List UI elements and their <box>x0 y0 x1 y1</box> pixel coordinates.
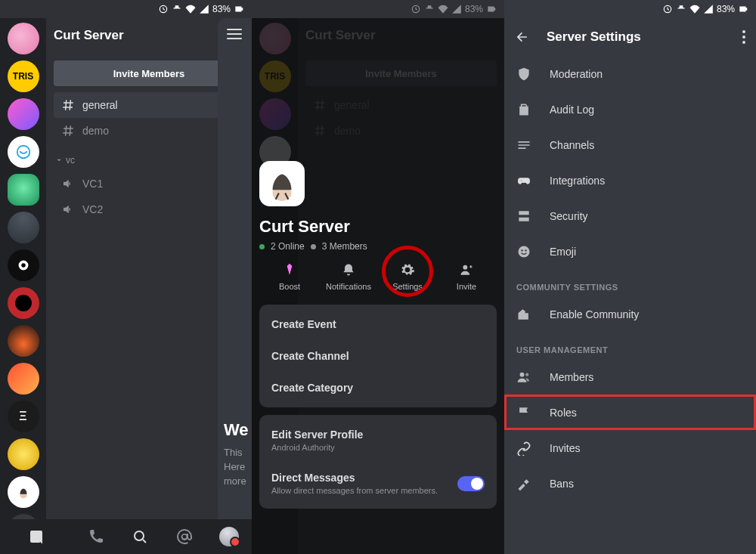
back-icon[interactable] <box>515 29 530 45</box>
server-icon[interactable] <box>8 325 39 357</box>
category-vc[interactable]: vc <box>54 150 244 171</box>
server-icon[interactable] <box>8 476 39 508</box>
channel-label: general <box>82 99 118 111</box>
settings-item-moderation[interactable]: Moderation <box>504 56 756 91</box>
server-icon[interactable] <box>8 249 39 281</box>
gamepad-icon <box>516 173 531 188</box>
action-invite[interactable]: Invite <box>442 262 491 291</box>
presence-row: 2 Online 3 Members <box>259 241 497 252</box>
svg-point-10 <box>21 263 26 268</box>
nav-profile-avatar[interactable] <box>219 527 239 546</box>
row-title: Direct Messages <box>271 472 355 484</box>
nav-friends-icon[interactable] <box>87 528 105 546</box>
list-icon <box>516 138 531 153</box>
voice-channel-vc1[interactable]: VC1 <box>54 171 244 197</box>
row-title: Edit Server Profile <box>271 429 363 441</box>
channel-demo[interactable]: demo <box>54 118 244 144</box>
screenshot-3: 83% Server Settings Moderation Audit Log… <box>504 0 756 554</box>
nav-discord-icon[interactable] <box>13 528 61 546</box>
online-dot-icon <box>259 244 265 249</box>
action-label: Settings <box>392 282 423 291</box>
menu-direct-messages[interactable]: Direct Messages Allow direct messages fr… <box>259 462 497 505</box>
settings-item-emoji[interactable]: Emoji <box>504 234 756 269</box>
settings-item-audit-log[interactable]: Audit Log <box>504 91 756 127</box>
settings-item-channels[interactable]: Channels <box>504 127 756 162</box>
bottom-nav <box>0 519 252 554</box>
sheet-server-title: Curt Server <box>259 217 497 237</box>
battery-text: 83% <box>717 4 735 14</box>
row-subtitle: Allow direct messages from server member… <box>271 486 438 495</box>
server-icon[interactable] <box>8 287 39 319</box>
clipboard-icon <box>516 102 531 117</box>
settings-item-members[interactable]: Members <box>504 359 756 395</box>
channel-general[interactable]: general <box>54 92 244 118</box>
section-header-user-management: USER MANAGEMENT <box>504 332 756 359</box>
hash-icon <box>61 124 75 138</box>
settings-item-integrations[interactable]: Integrations <box>504 162 756 198</box>
members-icon <box>516 370 531 385</box>
server-icon[interactable] <box>8 23 39 54</box>
channel-label: demo <box>82 125 109 137</box>
shield-icon <box>516 67 531 82</box>
action-label: Notifications <box>326 282 371 291</box>
settings-item-enable-community[interactable]: Enable Community <box>504 296 756 332</box>
svg-point-8 <box>17 146 29 159</box>
server-icon-selected[interactable] <box>8 174 39 206</box>
page-title: Server Settings <box>547 29 726 45</box>
settings-header: Server Settings <box>504 18 756 56</box>
bell-icon <box>341 262 356 277</box>
category-label: vc <box>66 155 75 166</box>
status-bar: 83% <box>252 0 504 18</box>
settings-item-roles[interactable]: Roles <box>504 395 756 430</box>
menu-create-event[interactable]: Create Event <box>259 308 497 340</box>
menu-create-channel[interactable]: Create Channel <box>259 340 497 372</box>
community-icon <box>516 307 531 322</box>
dm-toggle[interactable] <box>457 476 485 491</box>
welcome-line: Here <box>224 460 252 475</box>
battery-text: 83% <box>465 4 483 14</box>
menu-create-category[interactable]: Create Category <box>259 372 497 404</box>
server-icon[interactable] <box>8 363 39 395</box>
hash-icon <box>61 98 75 112</box>
speaker-icon <box>61 203 75 216</box>
online-count: 2 Online <box>271 241 305 252</box>
server-icon[interactable] <box>8 98 39 130</box>
action-notifications[interactable]: Notifications <box>324 262 373 291</box>
sheet-actions: Boost Notifications Settings Invite <box>259 262 497 291</box>
server-icon[interactable] <box>8 212 39 243</box>
server-icon[interactable]: TRIS <box>8 60 39 92</box>
menu-edit-server-profile[interactable]: Edit Server Profile Android Authority <box>259 419 497 462</box>
member-count: 3 Members <box>322 241 367 252</box>
nav-mentions-icon[interactable] <box>175 528 194 546</box>
status-bar: 83% <box>0 0 252 18</box>
server-icon[interactable] <box>8 136 39 168</box>
add-server-button[interactable]: + <box>8 514 39 519</box>
hamburger-icon[interactable] <box>227 29 242 39</box>
action-boost[interactable]: Boost <box>265 262 314 291</box>
row-subtitle: Android Authority <box>271 443 363 452</box>
welcome-title: We <box>224 418 252 442</box>
settings-item-bans[interactable]: Bans <box>504 466 756 501</box>
profile-card: Edit Server Profile Android Authority Di… <box>259 415 497 509</box>
status-bar: 83% <box>504 0 756 18</box>
settings-item-invites[interactable]: Invites <box>504 430 756 466</box>
nav-search-icon[interactable] <box>131 528 149 546</box>
invite-members-button[interactable]: Invite Members <box>54 60 244 86</box>
battery-text: 83% <box>212 4 231 14</box>
flag-icon <box>516 405 531 420</box>
voice-channel-vc2[interactable]: VC2 <box>54 197 244 222</box>
server-icon <box>516 209 531 224</box>
more-vertical-icon[interactable] <box>742 36 745 39</box>
boost-icon <box>282 262 297 277</box>
server-rail: TRIS Ξ + <box>0 18 46 519</box>
server-icon[interactable]: Ξ <box>8 401 39 432</box>
chat-sliver: We This Here more <box>218 18 252 519</box>
welcome-line: This <box>224 446 252 460</box>
server-icon[interactable] <box>8 438 39 470</box>
create-card: Create Event Create Channel Create Categ… <box>259 305 497 407</box>
screenshot-1: 83% TRIS Ξ + Curt Server <box>0 0 252 554</box>
action-label: Invite <box>457 282 476 291</box>
settings-item-security[interactable]: Security <box>504 198 756 234</box>
action-settings[interactable]: Settings <box>383 262 432 291</box>
screenshot-2: 83% TRIS Curt Server Invite Members gene… <box>252 0 504 554</box>
